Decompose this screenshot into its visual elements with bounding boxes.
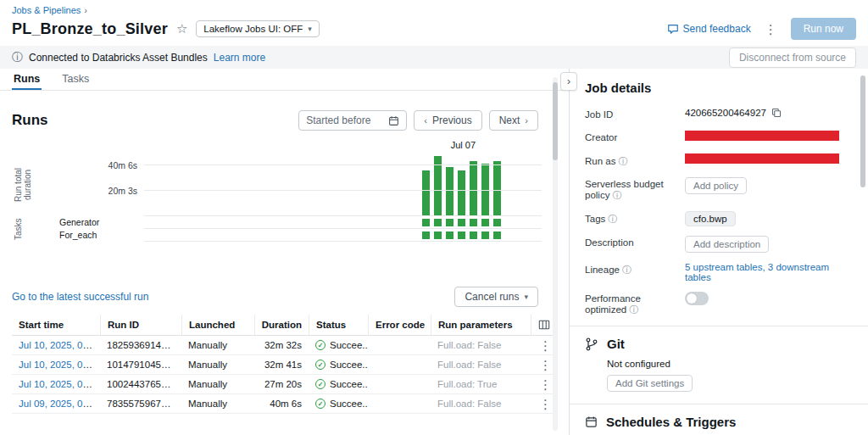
run-parameters: Full.oad: False bbox=[431, 399, 531, 409]
run-launched: Manually bbox=[181, 340, 254, 350]
status-text: Succee... bbox=[330, 360, 368, 370]
learn-more-link[interactable]: Learn more bbox=[214, 52, 265, 64]
run-as-label: Run as bbox=[585, 156, 615, 166]
creator-redaction-bar bbox=[685, 131, 839, 141]
previous-label: Previous bbox=[432, 114, 472, 126]
add-description-button[interactable]: Add description bbox=[685, 236, 769, 253]
run-parameters: Full.oad: False bbox=[431, 360, 531, 370]
row-kebab-menu[interactable]: ⋮ bbox=[537, 398, 554, 410]
row-kebab-menu[interactable]: ⋮ bbox=[537, 339, 554, 352]
add-policy-button[interactable]: Add policy bbox=[685, 177, 747, 194]
info-icon: ⓘ bbox=[612, 190, 621, 200]
info-icon: ⓘ bbox=[622, 265, 632, 275]
calendar-icon bbox=[388, 115, 399, 126]
description-label: Description bbox=[585, 236, 685, 248]
run-start-time-link[interactable]: Jul 10, 2025, 03:45 PM bbox=[19, 360, 100, 370]
started-before-date-filter[interactable]: Started before bbox=[298, 110, 407, 131]
cancel-runs-button[interactable]: Cancel runs ▾ bbox=[454, 287, 538, 307]
tab-tasks[interactable]: Tasks bbox=[60, 69, 91, 90]
task-row-generator: Generator bbox=[144, 216, 542, 229]
task-row-for-each: For_each bbox=[144, 229, 542, 242]
run-as-redaction-bar bbox=[685, 153, 839, 164]
send-feedback-button[interactable]: Send feedback bbox=[667, 23, 751, 35]
job-id-value: 420665200464927 bbox=[685, 108, 766, 118]
col-status: Status bbox=[309, 315, 368, 335]
previous-button[interactable]: ‹Previous bbox=[414, 110, 481, 131]
tag-chip[interactable]: cfo.bwp bbox=[685, 211, 736, 226]
run-id: 182593691436837 bbox=[100, 340, 181, 350]
info-icon: ⓘ bbox=[618, 156, 627, 166]
breadcrumb-jobs-pipelines-link[interactable]: Jobs & Pipelines bbox=[12, 5, 81, 15]
job-details-heading: Job details bbox=[585, 81, 851, 95]
favorite-star-icon[interactable]: ☆ bbox=[176, 21, 187, 36]
left-scrollbar-thumb[interactable] bbox=[553, 82, 558, 160]
speech-bubble-icon bbox=[667, 23, 679, 35]
latest-successful-run-link[interactable]: Go to the latest successful run bbox=[12, 291, 148, 303]
success-check-icon: ✓ bbox=[315, 340, 326, 350]
creator-label: Creator bbox=[585, 131, 685, 142]
duration-plot: 40m 6s20m 3s bbox=[144, 153, 542, 216]
next-button[interactable]: Next› bbox=[489, 110, 538, 131]
disconnect-from-source-button[interactable]: Disconnect from source bbox=[729, 47, 856, 68]
chevron-right-icon: › bbox=[525, 115, 528, 125]
lakeflow-ui-toggle[interactable]: Lakeflow Jobs UI: OFF ▾ bbox=[196, 20, 320, 37]
copy-icon[interactable] bbox=[771, 108, 782, 118]
success-check-icon: ✓ bbox=[315, 399, 326, 409]
run-duration: 32m 32s bbox=[254, 340, 309, 350]
run-duration: 27m 20s bbox=[254, 379, 309, 389]
run-duration: 40m 6s bbox=[254, 399, 309, 409]
add-git-settings-button[interactable]: Add Git settings bbox=[607, 375, 693, 392]
runs-table: Start time Run ID Launched Duration Stat… bbox=[12, 315, 557, 414]
col-run-parameters: Run parameters bbox=[431, 315, 531, 335]
table-row: Jul 09, 2025, 05:12 PM 783557596774843 M… bbox=[12, 394, 557, 414]
col-error-code: Error code bbox=[368, 315, 431, 335]
task-rows: Generator For_each bbox=[144, 216, 542, 242]
header-kebab-menu[interactable]: ⋮ bbox=[763, 23, 779, 36]
columns-settings-icon[interactable] bbox=[538, 319, 550, 331]
table-row: Jul 10, 2025, 06:33 PM 182593691436837 M… bbox=[12, 336, 557, 355]
row-kebab-menu[interactable]: ⋮ bbox=[537, 378, 554, 391]
run-parameters: Full.oad: False bbox=[431, 340, 531, 350]
run-parameters: Full.oad: True bbox=[431, 379, 531, 389]
status-text: Succee... bbox=[330, 399, 368, 409]
tab-bar: Runs Tasks bbox=[0, 69, 569, 91]
cancel-runs-label: Cancel runs bbox=[465, 291, 519, 303]
section-divider bbox=[570, 326, 868, 326]
run-duration-chart: Jul 07 Run total duration Tasks 40m 6s20… bbox=[12, 140, 548, 243]
job-details-panel: Job details Job ID 420665200464927 Creat… bbox=[570, 69, 868, 435]
runs-table-header: Start time Run ID Launched Duration Stat… bbox=[12, 315, 557, 336]
run-id: 783557596774843 bbox=[100, 399, 181, 409]
chart-date-label: Jul 07 bbox=[451, 140, 476, 150]
info-icon: ⓘ bbox=[629, 304, 638, 315]
run-status: ✓Succee... bbox=[309, 379, 368, 389]
row-kebab-menu[interactable]: ⋮ bbox=[537, 359, 554, 371]
right-scrollbar-thumb[interactable] bbox=[860, 75, 865, 187]
run-start-time-link[interactable]: Jul 10, 2025, 02:36 PM bbox=[19, 379, 100, 389]
tab-runs[interactable]: Runs bbox=[12, 69, 42, 90]
serverless-budget-policy-label: Serverless budget policy bbox=[585, 179, 664, 200]
task-squares-row[interactable] bbox=[144, 216, 501, 228]
run-start-time-link[interactable]: Jul 09, 2025, 05:12 PM bbox=[19, 399, 100, 409]
run-now-button[interactable]: Run now bbox=[791, 18, 856, 40]
asset-bundles-banner: ⓘ Connected to Databricks Asset Bundles … bbox=[0, 46, 868, 69]
run-duration-bars[interactable] bbox=[144, 153, 501, 215]
chevron-left-icon: ‹ bbox=[424, 115, 427, 125]
col-launched: Launched bbox=[181, 315, 254, 335]
success-check-icon: ✓ bbox=[315, 379, 326, 389]
info-icon: ⓘ bbox=[12, 52, 23, 63]
performance-optimized-toggle[interactable] bbox=[685, 292, 709, 305]
section-divider bbox=[570, 404, 868, 404]
schedules-triggers-heading: Schedules & Triggers bbox=[606, 415, 736, 429]
git-branch-icon bbox=[585, 337, 598, 351]
lineage-link[interactable]: 5 upstream tables, 3 downstream tables bbox=[685, 262, 851, 282]
table-row: Jul 10, 2025, 03:45 PM 1014791045397... … bbox=[12, 355, 557, 375]
chart-tasks-axis-label: Tasks bbox=[14, 216, 23, 243]
task-squares-row[interactable] bbox=[144, 229, 501, 241]
task-row-label: Generator bbox=[59, 217, 137, 227]
run-status: ✓Succee... bbox=[309, 399, 368, 409]
chevron-down-icon: ▾ bbox=[524, 293, 528, 301]
run-launched: Manually bbox=[181, 360, 254, 370]
run-start-time-link[interactable]: Jul 10, 2025, 06:33 PM bbox=[19, 340, 100, 350]
collapse-panel-button[interactable]: › bbox=[560, 72, 577, 91]
started-before-label: Started before bbox=[306, 114, 370, 126]
